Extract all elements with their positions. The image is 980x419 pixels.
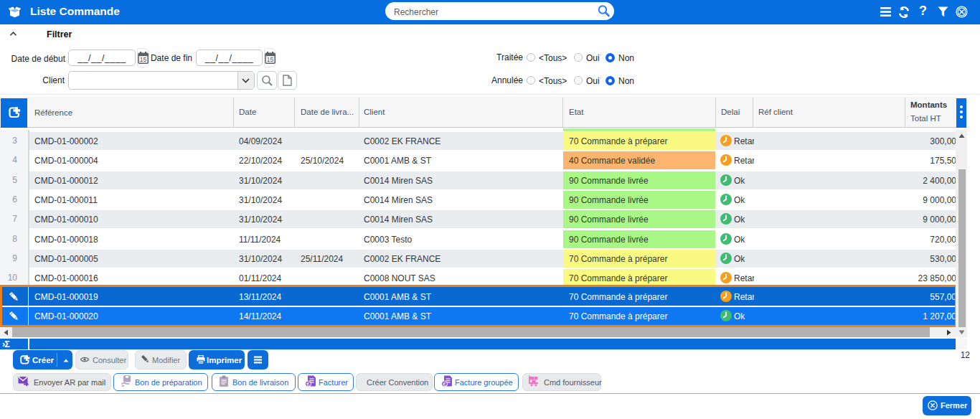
svg-text:€: €: [306, 380, 310, 387]
svg-text:15: 15: [266, 56, 273, 63]
svg-text:€: €: [443, 380, 446, 387]
